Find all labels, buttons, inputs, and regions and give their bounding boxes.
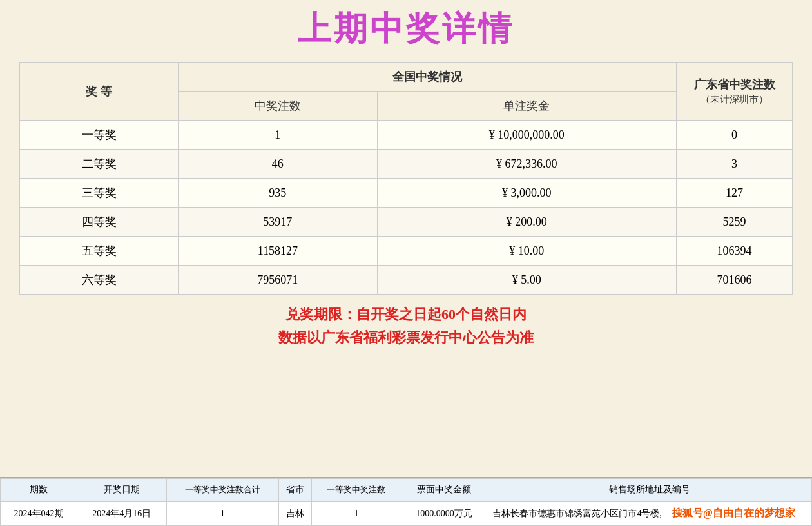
guangdong-count: 0: [677, 121, 793, 150]
prize-count: 53917: [179, 208, 377, 237]
prize-level: 五等奖: [20, 237, 179, 266]
prize-table: 奖 等 全国中奖情况 广东省中奖注数 （未计深圳市） 中奖注数 单注奖金 一等奖…: [19, 62, 793, 295]
prize-count: 7956071: [179, 266, 377, 295]
bottom-header-1: 开奖日期: [77, 479, 166, 502]
bottom-header-2: 一等奖中奖注数合计: [166, 479, 278, 502]
col-prize-header: 单注奖金: [377, 92, 676, 121]
prize-level: 四等奖: [20, 208, 179, 237]
bottom-table: 期数开奖日期一等奖中奖注数合计省市一等奖中奖注数票面中奖金额销售场所地址及编号 …: [0, 478, 812, 526]
prize-amount: ¥ 200.00: [377, 208, 676, 237]
guangdong-header: 广东省中奖注数 （未计深圳市）: [677, 63, 793, 121]
prize-amount: ¥ 10,000,000.00: [377, 121, 676, 150]
guangdong-count: 106394: [677, 237, 793, 266]
bottom-header-4: 一等奖中奖注数: [312, 479, 401, 502]
table-row: 二等奖 46 ¥ 672,336.00 3: [20, 150, 793, 179]
bottom-data-row: 2024年042期2024年4月16日1吉林11000.0000万元吉林长春市德…: [1, 502, 812, 526]
guangdong-count: 127: [677, 179, 793, 208]
page-title: 上期中奖详情: [19, 6, 793, 52]
watermark: 搜狐号@自由自在的梦想家: [672, 507, 795, 518]
prize-amount: ¥ 3,000.00: [377, 179, 676, 208]
col-count-header: 中奖注数: [179, 92, 377, 121]
prize-count: 935: [179, 179, 377, 208]
bottom-cell-0: 2024年042期: [1, 502, 77, 526]
col-level-header: 奖 等: [20, 63, 179, 121]
prize-count: 46: [179, 150, 377, 179]
bottom-header-3: 省市: [279, 479, 312, 502]
bottom-cell-5: 1000.0000万元: [401, 502, 487, 526]
bottom-header-0: 期数: [1, 479, 77, 502]
bottom-cell-2: 1: [166, 502, 278, 526]
main-container: 上期中奖详情 奖 等 全国中奖情况 广东省中奖注数 （未计深圳市） 中奖注数 单…: [0, 0, 812, 477]
bottom-header-5: 票面中奖金额: [401, 479, 487, 502]
address-text: 吉林长春市德惠市锦绣富苑小区门市4号楼,: [492, 509, 662, 518]
bottom-section: 期数开奖日期一等奖中奖注数合计省市一等奖中奖注数票面中奖金额销售场所地址及编号 …: [0, 477, 812, 526]
prize-amount: ¥ 10.00: [377, 237, 676, 266]
bottom-cell-4: 1: [312, 502, 401, 526]
prize-amount: ¥ 672,336.00: [377, 150, 676, 179]
national-header: 全国中奖情况: [179, 63, 677, 92]
guangdong-count: 3: [677, 150, 793, 179]
prize-level: 三等奖: [20, 179, 179, 208]
notice-line2: 数据以广东省福利彩票发行中心公告为准: [19, 328, 793, 347]
table-row: 三等奖 935 ¥ 3,000.00 127: [20, 179, 793, 208]
prize-amount: ¥ 5.00: [377, 266, 676, 295]
prize-level: 六等奖: [20, 266, 179, 295]
prize-count: 1: [179, 121, 377, 150]
prize-level: 二等奖: [20, 150, 179, 179]
guangdong-count: 5259: [677, 208, 793, 237]
bottom-cell-6: 吉林长春市德惠市锦绣富苑小区门市4号楼,搜狐号@自由自在的梦想家: [487, 502, 812, 526]
table-row: 六等奖 7956071 ¥ 5.00 701606: [20, 266, 793, 295]
bottom-header-6: 销售场所地址及编号: [487, 479, 812, 502]
notice-section: 兑奖期限：自开奖之日起60个自然日内 数据以广东省福利彩票发行中心公告为准: [19, 305, 793, 347]
prize-count: 1158127: [179, 237, 377, 266]
guangdong-count: 701606: [677, 266, 793, 295]
bottom-cell-3: 吉林: [279, 502, 312, 526]
table-row: 五等奖 1158127 ¥ 10.00 106394: [20, 237, 793, 266]
table-row: 四等奖 53917 ¥ 200.00 5259: [20, 208, 793, 237]
notice-line1: 兑奖期限：自开奖之日起60个自然日内: [19, 305, 793, 324]
prize-level: 一等奖: [20, 121, 179, 150]
table-row: 一等奖 1 ¥ 10,000,000.00 0: [20, 121, 793, 150]
bottom-cell-1: 2024年4月16日: [77, 502, 166, 526]
